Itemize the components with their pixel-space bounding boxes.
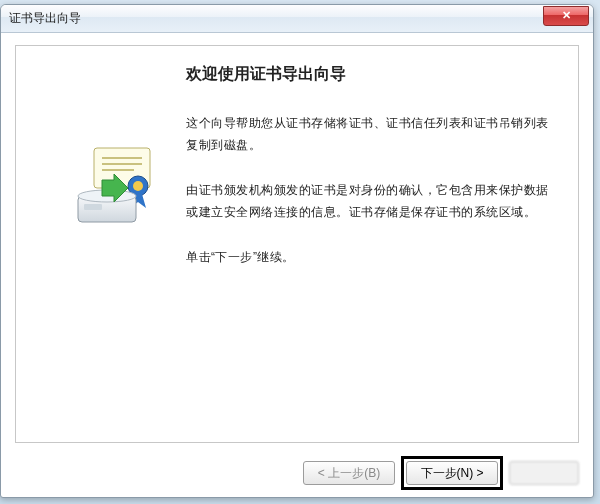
wizard-footer: < 上一步(B) 下一步(N) > <box>1 449 593 497</box>
wizard-continue-hint: 单击“下一步”继续。 <box>186 247 554 269</box>
wizard-body: 欢迎使用证书导出向导 这个向导帮助您从证书存储将证书、证书信任列表和证书吊销列表… <box>15 45 579 443</box>
back-button: < 上一步(B) <box>303 461 395 485</box>
certificate-icon <box>76 146 166 240</box>
content-panel: 欢迎使用证书导出向导 这个向导帮助您从证书存储将证书、证书信任列表和证书吊销列表… <box>176 46 578 442</box>
cancel-button[interactable] <box>509 461 579 485</box>
next-button[interactable]: 下一步(N) > <box>406 461 498 485</box>
wizard-window: 证书导出向导 ✕ <box>0 4 594 498</box>
next-button-highlight: 下一步(N) > <box>401 456 503 490</box>
svg-point-5 <box>133 181 143 191</box>
window-title: 证书导出向导 <box>9 10 81 27</box>
wizard-heading: 欢迎使用证书导出向导 <box>186 64 554 85</box>
close-button[interactable]: ✕ <box>543 6 589 26</box>
titlebar: 证书导出向导 ✕ <box>1 5 593 33</box>
wizard-intro-text: 这个向导帮助您从证书存储将证书、证书信任列表和证书吊销列表复制到磁盘。 <box>186 113 554 156</box>
close-icon: ✕ <box>562 10 571 21</box>
side-graphic-panel <box>16 46 176 442</box>
wizard-explain-text: 由证书颁发机构颁发的证书是对身份的确认，它包含用来保护数据或建立安全网络连接的信… <box>186 180 554 223</box>
svg-rect-8 <box>84 204 102 210</box>
